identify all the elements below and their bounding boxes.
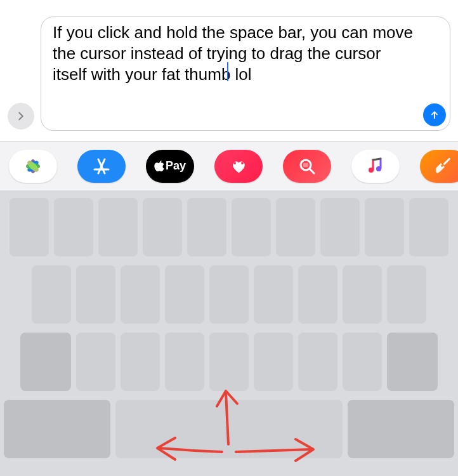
app-store-app-icon[interactable] [77, 150, 126, 183]
app-store-icon [92, 157, 111, 176]
photos-icon [23, 157, 43, 176]
blank-key[interactable] [76, 265, 115, 324]
blank-key[interactable] [209, 265, 249, 324]
music-note-icon [367, 157, 384, 175]
keyboard-row-1 [4, 198, 454, 256]
shift-key[interactable] [20, 333, 71, 391]
blank-key[interactable] [165, 333, 204, 391]
svg-rect-12 [303, 163, 308, 167]
svg-point-13 [369, 168, 374, 173]
blank-key[interactable] [209, 333, 249, 391]
space-key[interactable] [115, 400, 343, 458]
blank-key[interactable] [143, 198, 182, 256]
blank-key[interactable] [343, 333, 382, 391]
images-search-app-icon[interactable] [283, 150, 331, 183]
blank-key[interactable] [409, 198, 448, 256]
apple-logo-icon [154, 161, 164, 172]
apple-pay-app-icon[interactable]: Pay [146, 150, 194, 183]
magnify-image-icon [298, 157, 317, 176]
blank-key[interactable] [121, 333, 160, 391]
chevron-right-icon [16, 111, 26, 121]
message-text-input[interactable]: If you click and hold the space bar, you… [41, 17, 450, 131]
keyboard-row-3 [4, 333, 454, 391]
blank-key[interactable] [343, 265, 382, 324]
keyboard-row-4 [4, 400, 454, 458]
blank-key[interactable] [276, 198, 315, 256]
blank-key[interactable] [298, 333, 337, 391]
imessage-app-strip[interactable]: Pay [0, 141, 458, 190]
photos-app-icon[interactable] [9, 150, 57, 183]
blank-key[interactable] [121, 265, 160, 324]
svg-point-8 [233, 162, 236, 164]
blank-key[interactable] [320, 198, 360, 256]
music-app-icon[interactable] [351, 150, 400, 183]
delete-key[interactable] [387, 333, 438, 391]
digital-touch-app-icon[interactable] [214, 150, 263, 183]
blank-key[interactable] [254, 265, 293, 324]
message-text-content: If you click and hold the space bar, you… [53, 22, 418, 85]
send-button[interactable] [423, 103, 446, 126]
compose-bar: If you click and hold the space bar, you… [0, 0, 458, 141]
blank-key[interactable] [32, 265, 71, 324]
blank-key[interactable] [54, 198, 93, 256]
arrow-up-icon [429, 110, 440, 120]
garageband-app-icon[interactable] [420, 150, 458, 183]
blank-key[interactable] [98, 198, 138, 256]
text-cursor-icon [227, 62, 228, 81]
guitar-icon [433, 155, 455, 177]
heart-fingers-icon [228, 156, 249, 176]
svg-rect-15 [443, 157, 450, 165]
ios-keyboard-trackpad[interactable] [0, 190, 458, 476]
blank-key[interactable] [365, 198, 404, 256]
blank-key[interactable] [387, 265, 426, 324]
svg-line-11 [310, 169, 314, 173]
blank-key[interactable] [187, 198, 226, 256]
blank-key[interactable] [232, 198, 271, 256]
blank-key[interactable] [10, 198, 49, 256]
svg-point-14 [376, 166, 381, 171]
return-key[interactable] [348, 400, 454, 458]
expand-app-tray-button[interactable] [8, 103, 34, 129]
blank-key[interactable] [298, 265, 337, 324]
numbers-key[interactable] [4, 400, 110, 458]
keyboard-row-2 [4, 265, 454, 324]
blank-key[interactable] [76, 333, 115, 391]
blank-key[interactable] [254, 333, 293, 391]
svg-point-9 [241, 162, 244, 164]
apple-pay-label: Pay [166, 159, 186, 173]
blank-key[interactable] [165, 265, 204, 324]
